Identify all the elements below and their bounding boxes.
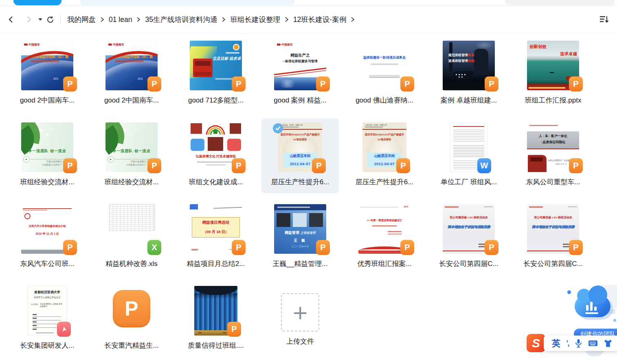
keyboard-icon[interactable] bbox=[588, 340, 598, 347]
file-tile-selected[interactable]: 山能科技（集团）有限公司 层压车间HORIZON产品产能提升 6σ项目报告 山能… bbox=[261, 118, 339, 193]
spreadsheet-thumbnail bbox=[109, 204, 155, 231]
ppt-badge: P bbox=[232, 158, 246, 173]
file-thumbnail: 安公司第四届 CPS 班组活动发 降本增效在于识别与消除浪费 P bbox=[443, 204, 495, 254]
file-tile[interactable]: 创新创效 追求卓越 P 班组工作汇报.pptx bbox=[514, 37, 592, 111]
file-tile[interactable]: JAC 11 年第一季度优秀班组建设汇 P 优秀班组汇报案... bbox=[346, 200, 423, 275]
breadcrumb-my-drive[interactable]: 我的网盘 bbox=[67, 15, 96, 24]
file-tile[interactable]: 精益项目周总结 （09 月 18 日） P 精益项目月总结2... bbox=[177, 200, 255, 275]
file-thumbnail: 创新创效 追求卓越 P bbox=[527, 41, 579, 90]
file-name: 长安重汽精益生... bbox=[93, 341, 170, 350]
toolbar-divider bbox=[60, 14, 61, 25]
file-tile[interactable]: 中国南车 中国南车精益示范线（区）建 201 P good 2中国南车... bbox=[93, 37, 170, 111]
upload-tile[interactable]: + 上传文件 bbox=[261, 282, 339, 357]
file-name: good 2中国南车... bbox=[9, 96, 86, 105]
refresh-icon bbox=[46, 15, 55, 24]
csr-logo: 中国南车 bbox=[24, 43, 40, 47]
file-name: 案例 卓越班组建... bbox=[430, 96, 507, 105]
team-promo-widget[interactable]: 创建你的团队 bbox=[564, 284, 617, 341]
file-tile[interactable]: 争一流团队 创一流业 ▸ 中国兵器内蒙古一机集团 大成装备公司四分厂二作业区 P… bbox=[9, 118, 86, 193]
microphone-icon[interactable] bbox=[575, 339, 582, 348]
chevron-right-icon bbox=[100, 17, 104, 22]
file-tile[interactable]: 安公司第四届 CPS 班组活动发 降本增效在于识别与消除浪费 P 长安公司第四届… bbox=[514, 200, 592, 275]
file-thumbnail: 东风汽车公司班组建设做法介绍 2010 年 11 月 1 日 P bbox=[21, 204, 73, 254]
upload-dropzone[interactable]: + bbox=[281, 293, 319, 331]
ppt-badge: P bbox=[485, 240, 498, 255]
breadcrumb-01-lean[interactable]: 01 lean bbox=[109, 15, 132, 24]
file-tile[interactable]: 精益管理 之班组管理 王 巍 二〇一三年十月 P 王巍__精益管理... bbox=[261, 200, 339, 275]
file-tile[interactable]: P 质量信得过班组.... bbox=[177, 282, 255, 357]
file-name: 班组文化建设成... bbox=[177, 177, 255, 187]
file-name: 班组经验交流材... bbox=[93, 177, 170, 187]
file-thumbnail: 争一流团队 创一流业 ▸ 中国兵器内蒙古一机集团 大成装备公司四分厂二作业区 P bbox=[21, 122, 73, 172]
forward-button[interactable] bbox=[24, 13, 34, 26]
ime-language-toggle[interactable]: 英 bbox=[552, 338, 560, 349]
ppt-badge: P bbox=[63, 158, 77, 173]
csr-logo: 中国南车 bbox=[277, 43, 293, 47]
breadcrumb-cases[interactable]: 12班长建设-案例 bbox=[293, 15, 346, 24]
refresh-button[interactable] bbox=[45, 13, 55, 26]
file-name: 长安集团研发人... bbox=[9, 341, 86, 350]
top-right-bar[interactable] bbox=[505, 0, 615, 5]
file-tile[interactable]: 中国南车 精益生产之 --标准化班组建设与管理 P good 案例 精益... bbox=[261, 37, 339, 111]
file-thumbnail: X bbox=[105, 204, 158, 254]
file-tile[interactable]: W 单位工厂 班组风... bbox=[430, 118, 507, 193]
file-thumbnail: P bbox=[105, 286, 158, 336]
file-thumbnail: 首都经济贸易大学 同等学力人员硕士学位论文 论文题目: 长安集团研发人员绩效 考… bbox=[27, 286, 67, 336]
sort-icon bbox=[599, 15, 609, 24]
file-thumbnail: 弘扬拼搏文化 打造卓越班组 P bbox=[190, 122, 242, 172]
file-tile[interactable]: 东风汽车公司班组建设做法介绍 2010 年 11 月 1 日 P 东风汽车公司班… bbox=[9, 200, 86, 275]
file-tile[interactable]: 弘扬拼搏文化 打造卓越班组 P 班组文化建设成... bbox=[177, 118, 255, 193]
ppt-badge: P bbox=[232, 240, 246, 255]
ppt-badge: P bbox=[63, 240, 77, 255]
file-thumbnail: 精益项目周总结 （09 月 18 日） P bbox=[190, 204, 242, 254]
file-thumbnail: JAC 11 年第一季度优秀班组建设汇 P bbox=[358, 204, 411, 254]
file-tile[interactable]: 山能科技（集团）有限公司 层压车间HORIZON产品产能提升 6σ项目报告 山能… bbox=[346, 118, 423, 193]
skin-shirt-icon[interactable] bbox=[604, 339, 613, 347]
plus-icon: + bbox=[292, 303, 308, 322]
sort-button[interactable] bbox=[597, 13, 610, 26]
breadcrumb-training[interactable]: 35生产线培训资料沟通 bbox=[145, 15, 217, 24]
breadcrumb-team-building[interactable]: 班组长建设整理 bbox=[230, 15, 280, 24]
ppt-badge: P bbox=[147, 76, 161, 92]
selected-check-icon[interactable] bbox=[273, 123, 283, 133]
ppt-badge: P bbox=[232, 76, 246, 92]
file-tile[interactable]: 安公司第四届 CPS 班组活动发 降本增效在于识别与消除浪费 P 长安公司第四届… bbox=[430, 200, 507, 275]
promo-dot bbox=[613, 319, 616, 322]
file-tile[interactable]: 中国南车 中国南车精益示范线（区）建 201 P good 2中国南车... bbox=[9, 37, 86, 111]
file-thumbnail: 人 · 车 · 客户一体化 · 品质保证同期化 东风公司重型车厂总装配二线 20… bbox=[527, 122, 579, 172]
file-tile[interactable]: 立足目标 追求卓 P good 712多能型... bbox=[177, 37, 255, 111]
file-tile[interactable]: X 精益机种改善.xls bbox=[93, 200, 170, 275]
chevron-right-icon bbox=[222, 17, 226, 22]
file-name: good 案例 精益... bbox=[261, 96, 339, 105]
file-thumbnail: 安公司第四届 CPS 班组活动发 降本增效在于识别与消除浪费 P bbox=[527, 204, 579, 254]
back-button[interactable] bbox=[6, 13, 16, 26]
file-grid: 中国南车 中国南车精益示范线（区）建 201 P good 2中国南车... 中… bbox=[0, 33, 617, 357]
breadcrumb: 我的网盘 01 lean 35生产线培训资料沟通 班组长建设整理 12班长建设-… bbox=[67, 15, 355, 24]
file-tile[interactable]: 益班组建设一阶段项目成果总 P good 佛山迪赛纳... bbox=[346, 37, 423, 111]
file-thumbnail: 山能科技（集团）有限公司 层压车间HORIZON产品产能提升 6σ项目报告 山能… bbox=[278, 122, 322, 172]
ppt-badge: P bbox=[316, 240, 330, 255]
file-name: 长安公司第四届C... bbox=[430, 259, 507, 268]
upload-label: 上传文件 bbox=[261, 337, 339, 346]
sogou-logo-icon[interactable]: S bbox=[527, 334, 545, 352]
file-thumbnail: 中国南车 精益生产之 --标准化班组建设与管理 P bbox=[274, 41, 326, 90]
file-name: good 2中国南车... bbox=[93, 96, 170, 105]
ppt-badge: P bbox=[227, 322, 241, 337]
file-name: 层压生产性提升6... bbox=[346, 177, 423, 187]
punctuation-icon[interactable]: ’, bbox=[566, 339, 569, 348]
file-thumbnail: 立足目标 追求卓 P bbox=[190, 41, 242, 90]
file-thumbnail: W bbox=[450, 122, 487, 172]
file-tile[interactable]: P 长安重汽精益生... bbox=[93, 282, 170, 357]
file-tile[interactable]: 规范班组管理体系 提高班组管理效能 P 案例 卓越班组建... bbox=[430, 37, 507, 111]
file-tile[interactable]: 人 · 车 · 客户一体化 · 品质保证同期化 东风公司重型车厂总装配二线 20… bbox=[514, 118, 592, 193]
file-tile[interactable]: 首都经济贸易大学 同等学力人员硕士学位论文 论文题目: 长安集团研发人员绩效 考… bbox=[9, 282, 86, 357]
ppt-badge: P bbox=[312, 158, 326, 173]
ppt-badge: P bbox=[147, 158, 161, 173]
ime-status-bar: 英 ’, bbox=[544, 336, 617, 351]
top-search-bar[interactable] bbox=[80, 0, 295, 5]
top-blue-button[interactable] bbox=[13, 0, 61, 5]
history-dropdown-caret[interactable] bbox=[38, 18, 42, 21]
file-name: 单位工厂 班组风... bbox=[430, 177, 507, 187]
file-tile[interactable]: 争一流团队 创一流业 ▸ 中国兵器内蒙古一机集团 大成装备公司四分厂二作业区 P… bbox=[93, 118, 170, 193]
ppt-badge: P bbox=[396, 158, 410, 173]
